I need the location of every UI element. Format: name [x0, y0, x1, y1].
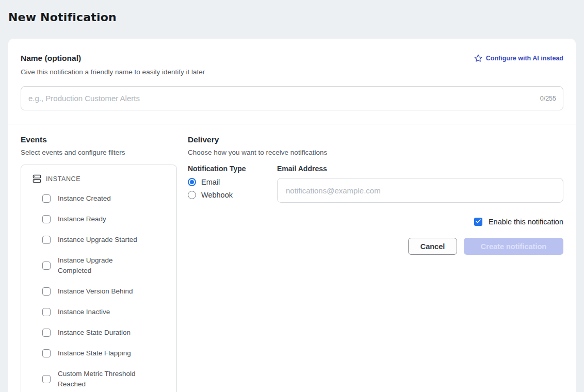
- radio-option-webhook[interactable]: Webhook: [188, 191, 265, 199]
- email-address-input[interactable]: [277, 178, 563, 203]
- radio-button-webhook[interactable]: [188, 191, 196, 199]
- name-section: Name (optional) Configure with AI instea…: [8, 39, 576, 124]
- page-title: New Notification: [8, 0, 576, 24]
- event-checkbox-row[interactable]: Custom Metric Threshold Reached: [42, 369, 166, 389]
- event-checkbox-row[interactable]: Instance Upgrade Started: [42, 235, 166, 245]
- event-label: Instance Created: [58, 193, 111, 204]
- name-input[interactable]: [21, 86, 563, 110]
- enable-notification-checkbox[interactable]: [474, 218, 482, 226]
- server-icon: [33, 174, 41, 183]
- star-icon: [474, 54, 482, 62]
- radio-option-email[interactable]: Email: [188, 178, 265, 186]
- radio-button-email[interactable]: [188, 178, 196, 186]
- events-group-list: INSTANCE Instance Created Instance Ready…: [33, 174, 166, 392]
- event-checkbox[interactable]: [42, 349, 51, 357]
- radio-label-email: Email: [201, 178, 220, 186]
- event-label: Instance State Flapping: [58, 348, 131, 358]
- event-checkbox[interactable]: [42, 215, 51, 223]
- event-checkbox-row[interactable]: Instance Inactive: [42, 307, 166, 317]
- events-subtitle: Select events and configure filters: [21, 149, 177, 156]
- event-checkbox-row[interactable]: Instance Ready: [42, 214, 166, 224]
- events-heading: Events: [21, 135, 177, 144]
- event-checkbox[interactable]: [42, 308, 51, 316]
- delivery-section: Delivery Choose how you want to receive …: [188, 135, 563, 392]
- email-address-label: Email Address: [277, 165, 563, 173]
- event-checkbox[interactable]: [42, 194, 51, 203]
- page: New Notification Name (optional) Configu…: [0, 0, 584, 392]
- event-label: Instance Upgrade Started: [58, 235, 137, 245]
- delivery-heading: Delivery: [188, 135, 563, 144]
- configure-with-ai-button[interactable]: Configure with AI instead: [474, 54, 563, 62]
- name-description: Give this notification a friendly name t…: [21, 68, 563, 76]
- events-section: Events Select events and configure filte…: [21, 135, 177, 392]
- event-group-header: INSTANCE: [33, 174, 166, 183]
- create-notification-button[interactable]: Create notification: [464, 238, 563, 255]
- check-icon: [475, 217, 481, 226]
- events-list-panel: INSTANCE Instance Created Instance Ready…: [21, 165, 177, 392]
- event-checkbox-row[interactable]: Instance Upgrade Completed: [42, 255, 166, 276]
- delivery-subtitle: Choose how you want to receive notificat…: [188, 149, 563, 156]
- event-label: Custom Metric Threshold Reached: [58, 369, 145, 389]
- event-checkbox-row[interactable]: Instance State Flapping: [42, 348, 166, 358]
- radio-label-webhook: Webhook: [201, 191, 233, 199]
- enable-notification-row[interactable]: Enable this notification: [188, 218, 563, 226]
- event-checkbox[interactable]: [42, 287, 51, 296]
- event-checkbox[interactable]: [42, 375, 51, 383]
- event-label: Instance Ready: [58, 214, 106, 224]
- event-label: Instance State Duration: [58, 328, 131, 338]
- event-checkbox-row[interactable]: Instance Version Behind: [42, 286, 166, 297]
- event-checkbox[interactable]: [42, 329, 51, 337]
- event-checkbox[interactable]: [42, 262, 51, 270]
- event-label: Instance Upgrade Completed: [58, 255, 145, 276]
- cancel-button[interactable]: Cancel: [408, 238, 457, 255]
- event-checkbox-row[interactable]: Instance Created: [42, 193, 166, 204]
- event-label: Instance Version Behind: [58, 286, 133, 297]
- event-label: Instance Inactive: [58, 307, 110, 317]
- event-group-label: INSTANCE: [46, 175, 80, 183]
- enable-notification-label: Enable this notification: [489, 218, 563, 226]
- new-notification-card: Name (optional) Configure with AI instea…: [8, 39, 576, 392]
- configure-with-ai-label: Configure with AI instead: [486, 55, 563, 62]
- event-checkbox[interactable]: [42, 236, 51, 244]
- event-checkbox-row[interactable]: Instance State Duration: [42, 328, 166, 338]
- char-counter: 0/255: [540, 95, 556, 102]
- name-heading: Name (optional): [21, 54, 81, 63]
- notification-type-label: Notification Type: [188, 165, 265, 173]
